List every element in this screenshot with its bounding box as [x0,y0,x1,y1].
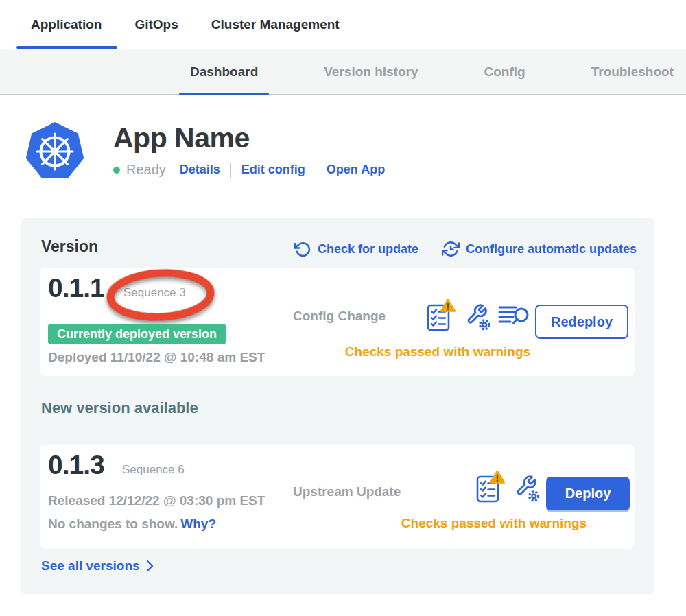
available-version-number: 0.1.3 [48,450,104,480]
changes-note: No changes to show.Why? [48,517,216,532]
edit-config-link[interactable]: Edit config [241,163,305,177]
view-files-icon[interactable] [498,303,530,329]
available-version-sequence: Sequence 6 [122,463,185,477]
tab-application[interactable]: Application [31,0,102,49]
refresh-icon [294,241,311,258]
check-for-update-button[interactable]: Check for update [294,240,418,258]
config-wrench-gear-icon[interactable] [463,300,490,331]
details-link[interactable]: Details [180,163,220,177]
change-type-label: Upstream Update [293,484,401,499]
change-type-label: Config Change [293,309,386,324]
currently-deployed-badge: Currently deployed version [48,324,226,344]
changes-note-text: No changes to show. [48,517,178,531]
auto-update-clock-icon [442,240,460,258]
version-section: Version Check for update Configure autom… [21,218,654,594]
tab-version-history[interactable]: Version history [324,49,418,94]
tab-troubleshoot[interactable]: Troubleshoot [591,49,674,94]
page-title: App Name [113,122,385,154]
checks-status-text: Checks passed with warnings [300,344,575,359]
chevron-right-icon [146,560,154,572]
current-version-row: 0.1.1 Sequence 3 Currently deployed vers… [40,268,635,376]
see-all-versions-link[interactable]: See all versions [41,558,154,573]
tab-gitops[interactable]: GitOps [134,0,178,49]
why-link[interactable]: Why? [180,517,216,531]
preflight-checks-icon[interactable] [476,471,505,504]
divider [230,163,231,178]
deployed-timestamp: Deployed 11/10/22 @ 10:48 am EST [48,350,265,365]
tab-config[interactable]: Config [484,49,525,94]
page: Application GitOps Cluster Management Da… [0,0,686,616]
preflight-checks-icon[interactable] [427,299,456,332]
current-version-number: 0.1.1 [48,273,104,303]
deploy-button[interactable]: Deploy [546,477,630,510]
tab-dashboard[interactable]: Dashboard [190,49,258,94]
config-wrench-gear-icon[interactable] [512,471,540,503]
released-timestamp: Released 12/12/22 @ 03:30 pm EST [48,493,265,508]
status-dot [113,167,120,174]
configure-auto-updates-button[interactable]: Configure automatic updates [442,240,637,258]
new-version-heading: New version available [41,399,198,417]
app-sub-nav: Dashboard Version history Config Trouble… [0,49,686,95]
primary-nav: Application GitOps Cluster Management [0,0,686,49]
see-all-versions-label: See all versions [41,558,140,573]
configure-auto-updates-label: Configure automatic updates [466,242,637,257]
kubernetes-logo [25,121,85,182]
available-version-row: 0.1.3 Sequence 6 Released 12/12/22 @ 03:… [40,445,635,549]
app-header: App Name Ready Details Edit config Open … [25,117,385,182]
checks-status-text: Checks passed with warnings [357,516,631,531]
open-app-link[interactable]: Open App [327,163,385,177]
version-section-title: Version [41,237,98,256]
check-for-update-label: Check for update [318,242,418,257]
divider [316,163,316,178]
status-text: Ready [126,162,166,178]
redeploy-button[interactable]: Redeploy [535,305,628,339]
current-version-sequence: Sequence 3 [123,286,186,300]
tab-cluster-management[interactable]: Cluster Management [211,0,340,49]
